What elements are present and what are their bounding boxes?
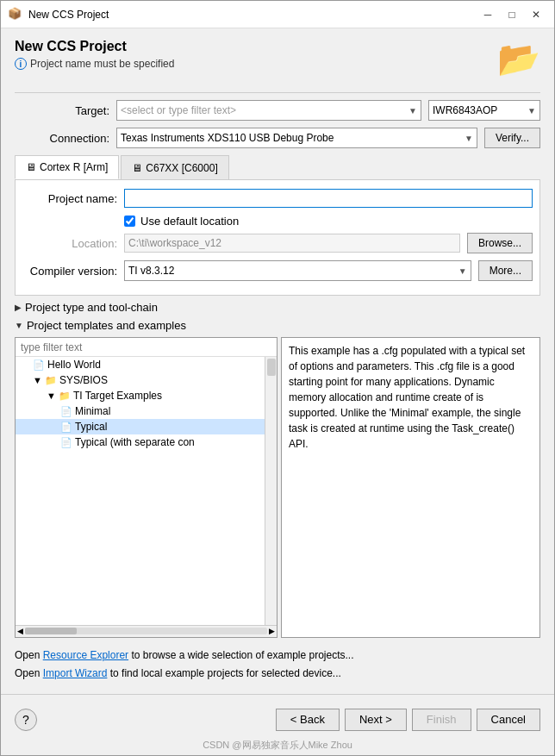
next-button[interactable]: Next > (345, 709, 407, 731)
window-icon: 📦 (8, 7, 23, 22)
compiler-label: Compiler version: (22, 265, 117, 278)
target-row: Target: <select or type filter text> ▼ I… (15, 100, 540, 121)
open-links-section: Open Resource Explorer to browse a wide … (15, 647, 540, 684)
connection-row: Connection: Texas Instruments XDS110 USB… (15, 128, 540, 148)
tree-filter-input[interactable] (16, 338, 277, 357)
minimal-icon: 📄 (60, 406, 72, 417)
help-button[interactable]: ? (15, 709, 37, 731)
open-import-text: Open (15, 667, 43, 679)
typical-label: Typical (75, 421, 107, 433)
page-subtitle: i Project name must be specified (15, 58, 174, 70)
project-type-header[interactable]: ▶ Project type and tool-chain (15, 301, 540, 314)
typical-icon: 📄 (60, 422, 72, 433)
target-value-combo[interactable]: IWR6843AOP ▼ (428, 100, 540, 121)
location-row: Location: Browse... (22, 233, 533, 253)
import-wizard-row: Open Import Wizard to find local example… (15, 665, 540, 684)
connection-arrow: ▼ (465, 134, 473, 143)
cancel-button[interactable]: Cancel (477, 709, 540, 731)
target-label: Target: (15, 104, 109, 117)
location-label: Location: (22, 237, 117, 250)
templates-area: 📄 Hello World ▼ 📁 SYS/BIOS ▼ (15, 337, 540, 638)
header-separator (15, 92, 540, 93)
page-title: New CCS Project (15, 39, 174, 54)
tab-cortex[interactable]: 🖥 Cortex R [Arm] (15, 155, 119, 179)
list-item[interactable]: ▼ 📁 TI Target Examples (16, 388, 265, 403)
tree-scrollbar[interactable] (265, 357, 277, 625)
import-rest: to find local example projects for selec… (107, 667, 340, 679)
hscroll-left-arrow[interactable]: ◀ (17, 627, 23, 635)
target-value-arrow: ▼ (527, 106, 536, 116)
tree-scrollable: 📄 Hello World ▼ 📁 SYS/BIOS ▼ (16, 357, 277, 625)
title-bar: 📦 New CCS Project ─ □ ✕ (1, 1, 554, 28)
cortex-tab-icon: 🖥 (26, 161, 36, 173)
maximize-button[interactable]: □ (501, 5, 523, 24)
resource-explorer-link[interactable]: Resource Explorer (43, 649, 128, 661)
verify-button[interactable]: Verify... (484, 128, 540, 148)
project-type-label: Project type and tool-chain (25, 301, 158, 314)
compiler-combo[interactable]: TI v8.3.12 ▼ (124, 260, 471, 281)
tabs-bar: 🖥 Cortex R [Arm] 🖥 C67XX [C6000] (15, 155, 540, 180)
tree-content: 📄 Hello World ▼ 📁 SYS/BIOS ▼ (16, 357, 265, 625)
c67xx-tab-icon: 🖥 (132, 162, 142, 174)
minimal-label: Minimal (75, 405, 110, 417)
compiler-arrow: ▼ (458, 266, 467, 276)
target-filter-combo[interactable]: <select or type filter text> ▼ (116, 100, 421, 121)
hscroll-track (25, 628, 267, 634)
project-name-row: Project name: (22, 189, 533, 208)
templates-section: 📄 Hello World ▼ 📁 SYS/BIOS ▼ (15, 337, 540, 638)
ti-target-label: TI Target Examples (73, 390, 162, 402)
list-item[interactable]: ▼ 📁 SYS/BIOS (16, 372, 265, 388)
main-window: 📦 New CCS Project ─ □ ✕ New CCS Project … (0, 0, 555, 756)
list-item[interactable]: 📄 Hello World (16, 357, 265, 372)
use-default-location-label[interactable]: Use default location (140, 215, 239, 228)
browse-button[interactable]: Browse... (467, 233, 533, 253)
tree-hscroll[interactable]: ◀ ▶ (16, 625, 277, 637)
close-button[interactable]: ✕ (525, 5, 547, 24)
list-item[interactable]: 📄 Typical (with separate con (16, 434, 265, 450)
typical-sep-icon: 📄 (60, 437, 72, 448)
open-resource-text: Open (15, 649, 43, 661)
window-controls: ─ □ ✕ (477, 5, 547, 24)
hello-world-icon: 📄 (33, 359, 45, 371)
connection-label: Connection: (15, 132, 109, 145)
project-name-input[interactable] (124, 189, 533, 208)
dialog-content: New CCS Project i Project name must be s… (1, 28, 554, 694)
back-button[interactable]: < Back (276, 709, 340, 731)
target-filter-arrow: ▼ (408, 106, 417, 116)
footer-area: ? < Back Next > Finish Cancel (1, 694, 554, 737)
description-text: This example has a .cfg populated with a… (289, 345, 525, 450)
hscroll-right-arrow[interactable]: ▶ (269, 627, 275, 635)
tab-panel: Project name: Use default location Locat… (15, 180, 540, 296)
description-panel: This example has a .cfg populated with a… (281, 337, 540, 638)
import-wizard-link[interactable]: Import Wizard (43, 667, 108, 679)
project-folder-icon: 📂 (496, 39, 540, 78)
list-item[interactable]: 📄 Minimal (16, 403, 265, 419)
window-title: New CCS Project (28, 9, 477, 21)
templates-label: Project templates and examples (27, 319, 186, 332)
minimize-button[interactable]: ─ (477, 5, 499, 24)
page-header: New CCS Project i Project name must be s… (15, 39, 540, 78)
ti-target-expand-icon: ▼ (47, 390, 56, 401)
compiler-row: Compiler version: TI v8.3.12 ▼ More... (22, 260, 533, 281)
list-item[interactable]: 📄 Typical (16, 419, 265, 434)
location-input[interactable] (124, 234, 460, 253)
templates-triangle: ▼ (15, 321, 23, 330)
ti-target-folder-icon: 📁 (59, 390, 71, 402)
footer-buttons: < Back Next > Finish Cancel (276, 709, 540, 731)
use-default-location-row: Use default location (124, 215, 533, 228)
tree-panel: 📄 Hello World ▼ 📁 SYS/BIOS ▼ (15, 337, 278, 638)
project-type-triangle: ▶ (15, 303, 22, 312)
watermark: CSDN @网易独家音乐人Mike Zhou (1, 737, 554, 755)
page-subtitle-text: Project name must be specified (30, 58, 174, 70)
resource-explorer-rest: to browse a wide selection of example pr… (128, 649, 353, 661)
use-default-location-checkbox[interactable] (124, 216, 135, 227)
connection-combo[interactable]: Texas Instruments XDS110 USB Debug Probe… (116, 128, 477, 148)
sysbios-label: SYS/BIOS (59, 374, 108, 386)
footer-left: ? (15, 709, 37, 731)
hscroll-thumb (25, 628, 77, 634)
finish-button[interactable]: Finish (412, 709, 471, 731)
more-button[interactable]: More... (478, 260, 533, 281)
tab-c67xx[interactable]: 🖥 C67XX [C6000] (121, 155, 228, 179)
templates-header[interactable]: ▼ Project templates and examples (15, 319, 540, 332)
scrollbar-thumb (267, 359, 276, 376)
